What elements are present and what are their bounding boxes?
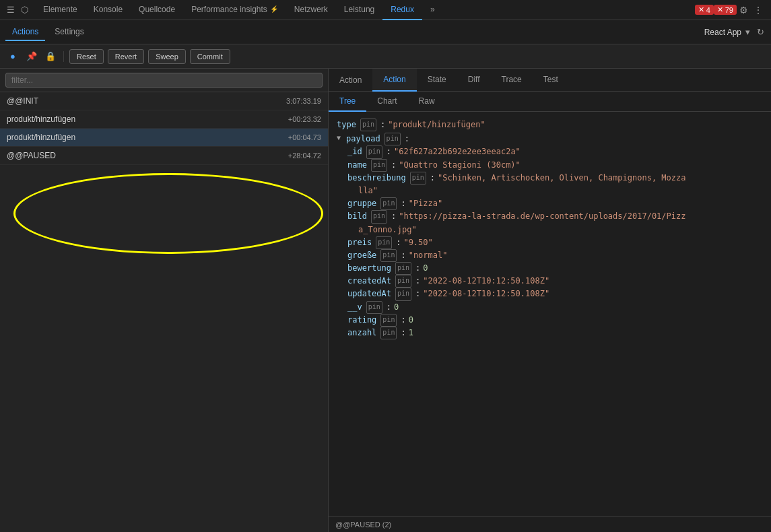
lock-button[interactable]: 🔒: [43, 49, 58, 64]
code-line-gruppe: gruppe pin : "Pizza": [347, 197, 763, 210]
main-layout: @@INIT 3:07:33.19 produkt/hinzufügen +00…: [0, 69, 771, 532]
action-item-hinzufuegen-2[interactable]: produkt/hinzufügen +00:04.73: [0, 129, 328, 147]
action-time-hinzufuegen-1: +00:23.32: [288, 115, 321, 123]
code-line-rating: rating pin : 0: [347, 314, 763, 327]
tab-actions[interactable]: Actions: [5, 24, 45, 41]
code-line-payload: ▼ payload pin :: [337, 133, 763, 145]
action-time-hinzufuegen-2: +00:04.73: [288, 133, 321, 141]
type-pin[interactable]: pin: [360, 119, 376, 131]
devtools-icon-2[interactable]: ⬡: [19, 5, 30, 15]
anzahl-pin[interactable]: pin: [380, 327, 397, 339]
record-button[interactable]: ●: [5, 49, 20, 64]
rating-key: rating: [347, 314, 376, 327]
v-value: 0: [394, 301, 399, 314]
beschreibung-key: beschreibung: [347, 172, 406, 185]
bewertung-pin[interactable]: pin: [395, 262, 411, 275]
dropdown-arrow-icon[interactable]: ▾: [744, 26, 751, 38]
beschreibung-pin[interactable]: pin: [410, 172, 426, 185]
sub-tab-tree[interactable]: Tree: [329, 92, 366, 112]
type-value: "produkt/hinzufügen": [388, 119, 485, 131]
rating-pin[interactable]: pin: [380, 314, 397, 327]
tab-more[interactable]: »: [422, 0, 443, 20]
collapse-arrow-icon[interactable]: ▼: [337, 133, 341, 145]
action-name-hinzufuegen-1: produkt/hinzufügen: [7, 114, 75, 124]
code-line-updatedat: updatedAt pin : "2022-08-12T10:12:50.108…: [347, 288, 763, 300]
anzahl-value: 1: [409, 327, 413, 339]
revert-button[interactable]: Revert: [108, 49, 144, 64]
right-tab-action[interactable]: Action: [372, 69, 416, 92]
updatedat-key: updatedAt: [347, 288, 391, 300]
filter-input[interactable]: [5, 73, 323, 88]
id-key: _id: [347, 145, 362, 158]
payload-pin[interactable]: pin: [384, 133, 401, 145]
beschreibung-cont: lla": [358, 185, 378, 197]
bild-pin[interactable]: pin: [371, 210, 387, 223]
action-item-hinzufuegen-1[interactable]: produkt/hinzufügen +00:23.32: [0, 110, 328, 129]
settings-gear-icon[interactable]: ⚙: [737, 5, 751, 15]
code-line-bewertung: bewertung pin : 0: [347, 262, 763, 275]
id-pin[interactable]: pin: [366, 145, 382, 158]
id-value: "62f627a22b692e2ee3eeac2a": [394, 145, 521, 158]
updatedat-pin[interactable]: pin: [395, 288, 411, 300]
action-item-paused[interactable]: @@PAUSED +28:04.72: [0, 147, 328, 165]
gruppe-value: "Pizza": [409, 197, 443, 210]
groesse-pin[interactable]: pin: [380, 249, 397, 262]
devtools-icon-1[interactable]: ☰: [5, 5, 16, 15]
right-tab-test[interactable]: Test: [533, 69, 569, 92]
right-panel: Action Action State Diff Trace Test Tree: [329, 69, 771, 532]
sub-tab-chart[interactable]: Chart: [366, 92, 407, 112]
action-header-label: Action: [329, 69, 372, 92]
error-badge[interactable]: ✕ 4: [695, 5, 714, 15]
tab-performance-insights[interactable]: Performance insights ⚡: [183, 0, 286, 20]
code-line-v: __v pin : 0: [347, 301, 763, 314]
sub-tab-raw[interactable]: Raw: [408, 92, 446, 112]
tab-settings[interactable]: Settings: [48, 24, 90, 41]
rating-value: 0: [409, 314, 413, 327]
createdat-key: createdAt: [347, 275, 391, 288]
pin-button[interactable]: 📌: [24, 49, 39, 64]
action-time-paused: +28:04.72: [288, 152, 321, 160]
tab-elemente[interactable]: Elemente: [35, 0, 86, 20]
tab-netzwerk[interactable]: Netzwerk: [286, 0, 336, 20]
action-item-init[interactable]: @@INIT 3:07:33.19: [0, 92, 328, 110]
groesse-value: "normal": [409, 249, 448, 262]
more-options-icon[interactable]: ⋮: [751, 5, 766, 15]
gruppe-pin[interactable]: pin: [380, 197, 397, 210]
right-tab-state[interactable]: State: [417, 69, 457, 92]
sub-tabs-bar: Tree Chart Raw: [329, 92, 771, 112]
name-pin[interactable]: pin: [371, 159, 387, 172]
refresh-icon[interactable]: ↻: [756, 26, 766, 38]
bottom-bar: @@PAUSED (2): [329, 516, 771, 532]
code-line-groesse: groeße pin : "normal": [347, 249, 763, 262]
bewertung-key: bewertung: [347, 262, 391, 275]
type-key: type: [337, 119, 356, 131]
payload-key: payload: [346, 133, 380, 145]
code-line-createdat: createdAt pin : "2022-08-12T10:12:50.108…: [347, 275, 763, 288]
right-tab-diff[interactable]: Diff: [457, 69, 491, 92]
top-bar: ☰ ⬡ Elemente Konsole Quellcode Performan…: [0, 0, 771, 20]
v-pin[interactable]: pin: [366, 301, 382, 314]
right-tab-trace[interactable]: Trace: [491, 69, 533, 92]
code-line-id: _id pin : "62f627a22b692e2ee3eeac2a": [347, 145, 763, 158]
tab-leistung[interactable]: Leistung: [336, 0, 382, 20]
commit-button[interactable]: Commit: [190, 49, 230, 64]
devtools-icons: ☰ ⬡: [5, 5, 30, 15]
sweep-button[interactable]: Sweep: [148, 49, 186, 64]
code-line-bild-cont: a_Tonno.jpg": [358, 224, 763, 236]
reset-button[interactable]: Reset: [69, 49, 104, 64]
second-bar: Actions Settings React App ▾ ↻: [0, 20, 771, 44]
bottom-text: @@PAUSED (2): [335, 521, 391, 529]
preis-pin[interactable]: pin: [376, 236, 392, 249]
bild-cont: a_Tonno.jpg": [358, 224, 417, 236]
bild-value: "https://pizza-la-strada.de/wp-content/u…: [399, 210, 685, 223]
code-line-preis: preis pin : "9.50": [347, 236, 763, 249]
tab-redux[interactable]: Redux: [382, 0, 422, 20]
tab-quellcode[interactable]: Quellcode: [131, 0, 183, 20]
warning-badge[interactable]: ✕ 79: [714, 5, 737, 15]
tab-konsole[interactable]: Konsole: [86, 0, 131, 20]
code-line-beschreibung: beschreibung pin : "Schinken, Artischock…: [347, 172, 763, 185]
code-line-bild: bild pin : "https://pizza-la-strada.de/w…: [347, 210, 763, 223]
action-name-hinzufuegen-2: produkt/hinzufügen: [7, 133, 75, 142]
v-key: __v: [347, 301, 362, 314]
createdat-pin[interactable]: pin: [395, 275, 411, 288]
